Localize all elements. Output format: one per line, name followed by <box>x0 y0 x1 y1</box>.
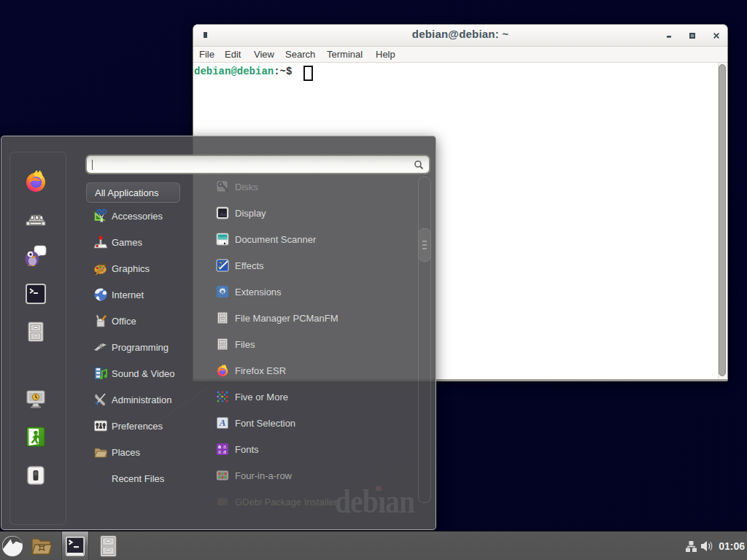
svg-text:a: a <box>223 444 226 449</box>
svg-text:a: a <box>223 449 226 454</box>
svg-text:a: a <box>218 444 221 449</box>
svg-text:a: a <box>218 449 221 454</box>
svg-text:A: A <box>219 417 226 428</box>
